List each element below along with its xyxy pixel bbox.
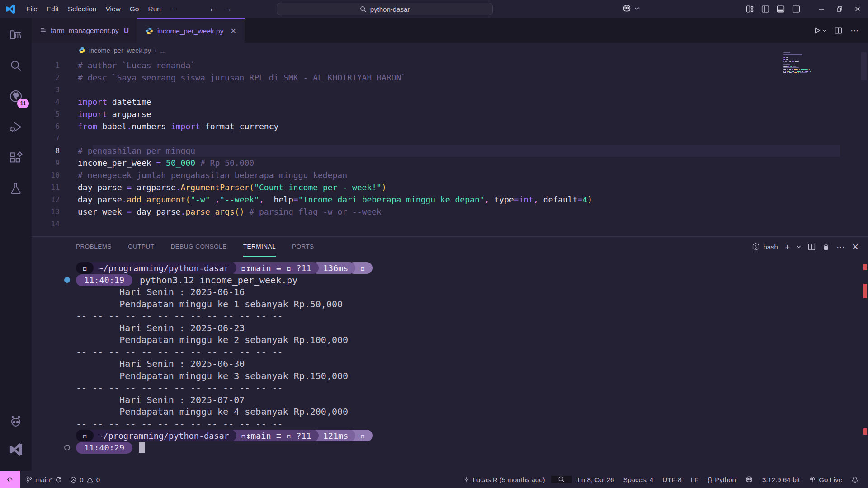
run-debug-icon[interactable]	[5, 117, 26, 137]
code-line-9[interactable]: 9income_per_week = 50_000 # Rp 50.000	[32, 157, 868, 169]
git-blame-item[interactable]: Lucas R (5 months ago)	[460, 476, 548, 483]
code-line-6[interactable]: 6from babel.numbers import format_curren…	[32, 120, 868, 132]
notifications-bell-icon[interactable]	[848, 476, 862, 483]
breadcrumb[interactable]: income_per_week.py › ...	[32, 43, 868, 58]
new-terminal-icon[interactable]: +	[785, 243, 790, 251]
terminal[interactable]: ▫~/programming/python-dasar▫↕main ≡ ▫ ?1…	[32, 257, 868, 454]
prompt-time-pill: 11:40:29	[76, 442, 132, 454]
command-success-decoration[interactable]	[64, 277, 70, 283]
breadcrumb-file[interactable]: income_per_week.py	[89, 47, 151, 54]
alien-extension-icon[interactable]	[5, 412, 26, 433]
editor[interactable]: 1# author `Lucas renanda`2# desc `Saya s…	[32, 58, 868, 236]
toggle-secondary-sidebar-icon[interactable]	[792, 5, 800, 13]
panel-tab-debug-console[interactable]: DEBUG CONSOLE	[171, 237, 227, 257]
close-panel-icon[interactable]: ✕	[852, 243, 859, 251]
panel-tab-terminal[interactable]: TERMINAL	[243, 237, 276, 257]
menu-edit[interactable]: Edit	[42, 3, 63, 15]
split-terminal-icon[interactable]	[808, 243, 816, 251]
split-editor-icon[interactable]	[835, 27, 842, 34]
kill-terminal-trash-icon[interactable]	[822, 243, 830, 251]
menu-[interactable]: ⋯	[165, 3, 182, 15]
code-line-11[interactable]: 11day_parse = argparse.ArgumentParser("C…	[32, 181, 868, 193]
code-line-5[interactable]: 5import argparse	[32, 108, 868, 120]
explorer-icon[interactable]	[5, 24, 26, 45]
command-pending-decoration[interactable]	[64, 445, 70, 450]
prompt-os-segment: ▫	[76, 430, 94, 441]
source-control-github-icon[interactable]: 11	[5, 86, 26, 107]
code-line-4[interactable]: 4import datetime	[32, 96, 868, 108]
copilot-status-item[interactable]	[742, 475, 756, 483]
panel-tab-output[interactable]: OUTPUT	[128, 237, 155, 257]
menu-go[interactable]: Go	[125, 3, 144, 15]
line-number: 3	[32, 85, 60, 94]
code-line-14[interactable]: 14	[32, 218, 868, 230]
language-item[interactable]: {} Python	[704, 476, 739, 483]
extensions-icon[interactable]	[5, 147, 26, 168]
back-arrow-icon[interactable]: ←	[208, 4, 217, 14]
output-separator: -- -- -- -- -- -- -- -- -- -- -- -- --	[76, 310, 868, 322]
braces-icon: {}	[708, 476, 712, 483]
code-line-12[interactable]: 12day_parse.add_argument("-w" ,"--week",…	[32, 193, 868, 206]
line-number: 13	[32, 207, 60, 216]
command-center-search[interactable]: python-dasar	[277, 3, 493, 15]
minimap[interactable]	[783, 52, 811, 76]
run-python-button[interactable]	[813, 27, 826, 34]
testing-icon[interactable]	[5, 178, 26, 199]
shell-label: bash	[763, 243, 778, 251]
code-line-13[interactable]: 13user_week = day_parse.parse_args() # p…	[32, 206, 868, 218]
close-window-icon[interactable]	[854, 6, 861, 12]
panel-tab-ports[interactable]: PORTS	[292, 237, 314, 257]
code-line-7[interactable]: 7	[32, 132, 868, 145]
terminal-cursor	[139, 442, 145, 453]
terminal-command-line[interactable]: 11:40:19python3.12 income_per_week.py	[76, 274, 868, 286]
screencast-zoom-item[interactable]	[551, 476, 572, 483]
code-line-3[interactable]: 3	[32, 84, 868, 96]
menu-selection[interactable]: Selection	[63, 3, 101, 15]
git-branch-item[interactable]: main*	[23, 476, 65, 483]
code-line-8[interactable]: 8# pengashilan per minggu	[32, 145, 868, 157]
panel-tab-problems[interactable]: PROBLEMS	[76, 237, 112, 257]
restore-icon[interactable]	[836, 6, 843, 12]
python-interpreter-item[interactable]: 3.12.9 64-bit	[759, 476, 803, 483]
code-text: from babel.numbers import format_currenc…	[78, 122, 278, 131]
output-separator: -- -- -- -- -- -- -- -- -- -- -- -- --	[76, 418, 868, 430]
line-number: 10	[32, 171, 60, 179]
editor-more-actions-icon[interactable]: ⋯	[850, 25, 859, 36]
minimize-icon[interactable]	[818, 6, 825, 12]
tab-income-per-week[interactable]: income_per_week.py ✕	[137, 18, 245, 43]
menu-file[interactable]: File	[22, 3, 42, 15]
problems-item[interactable]: 0 0	[67, 476, 103, 483]
terminal-command-line[interactable]: 11:40:29	[76, 442, 868, 454]
terminal-dropdown-icon[interactable]	[797, 245, 801, 249]
copilot-menu[interactable]	[622, 4, 639, 13]
terminal-shell-item[interactable]: bash	[752, 243, 778, 251]
code-text: # desc `Saya seorang siswa jurusan RPL d…	[78, 73, 406, 82]
toggle-sidebar-icon[interactable]	[761, 5, 769, 13]
vscode-account-icon[interactable]	[5, 439, 26, 460]
breadcrumb-symbol[interactable]: ...	[160, 47, 165, 54]
go-live-item[interactable]: Go Live	[806, 476, 845, 483]
panel-more-actions-icon[interactable]: ⋯	[836, 243, 845, 251]
eol-item[interactable]: LF	[688, 476, 702, 483]
error-icon	[70, 476, 77, 483]
indentation-item[interactable]: Spaces: 4	[620, 476, 656, 483]
code-line-2[interactable]: 2# desc `Saya seorang siswa jurusan RPL …	[32, 71, 868, 84]
code-line-1[interactable]: 1# author `Lucas renanda`	[32, 59, 868, 71]
menu-view[interactable]: View	[101, 3, 125, 15]
encoding-item[interactable]: UTF-8	[659, 476, 685, 483]
commit-icon	[463, 476, 470, 483]
remote-indicator[interactable]	[0, 471, 20, 488]
menu-run[interactable]: Run	[143, 3, 165, 15]
copilot-icon	[745, 475, 753, 483]
cursor-position-item[interactable]: Ln 8, Col 26	[575, 476, 618, 483]
chevron-right-icon: ›	[155, 47, 156, 54]
toggle-panel-icon[interactable]	[777, 5, 785, 13]
close-tab-icon[interactable]: ✕	[230, 27, 236, 35]
forward-arrow-icon[interactable]: →	[223, 4, 232, 14]
search-sidebar-icon[interactable]	[5, 55, 26, 76]
line-number: 14	[32, 220, 60, 228]
editor-scrollbar[interactable]	[861, 52, 867, 80]
tab-farm-management[interactable]: farm_management.py U	[32, 18, 137, 43]
code-line-10[interactable]: 10# menegecek jumlah pengahasilan bebera…	[32, 169, 868, 181]
customize-layout-icon[interactable]	[746, 5, 754, 13]
